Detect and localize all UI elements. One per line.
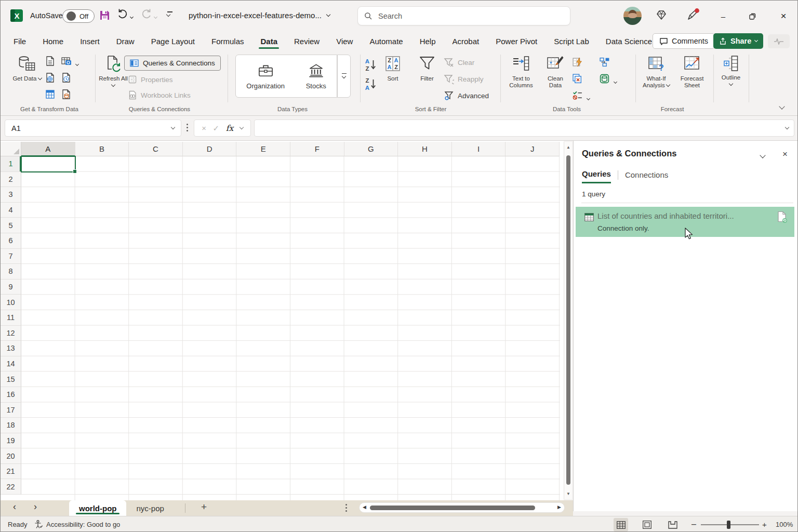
spreadsheet-grid[interactable]: ABCDEFGHIJ 12345678910111213141516171819… (1, 141, 564, 500)
scroll-left-icon[interactable]: ◀ (363, 504, 366, 510)
from-picture-button[interactable] (61, 56, 78, 69)
horizontal-scrollbar[interactable]: ◀ ▶ (359, 502, 565, 513)
data-model-button[interactable] (599, 73, 617, 86)
row-header-21[interactable]: 21 (1, 464, 21, 480)
customize-quick-access-toolbar-icon[interactable] (167, 11, 173, 17)
close-window-button[interactable]: × (773, 8, 794, 24)
from-table-range-button[interactable] (45, 89, 56, 102)
outline-button[interactable]: Outline (716, 55, 746, 86)
zoom-in-button[interactable]: + (762, 520, 767, 529)
comments-button[interactable]: Comments (653, 33, 715, 49)
text-to-columns-button[interactable]: Text to Columns (504, 55, 538, 89)
select-all-corner[interactable] (1, 142, 21, 156)
row-header-8[interactable]: 8 (1, 264, 21, 280)
column-header-I[interactable]: I (452, 142, 506, 156)
row-header-4[interactable]: 4 (1, 203, 21, 218)
row-header-6[interactable]: 6 (1, 233, 21, 249)
tab-view[interactable]: View (336, 34, 353, 49)
row-header-12[interactable]: 12 (1, 326, 21, 341)
tab-draw[interactable]: Draw (116, 34, 135, 49)
accessibility-status[interactable]: Accessibility: Good to go (46, 521, 120, 528)
tab-acrobat[interactable]: Acrobat (452, 34, 480, 49)
workbook-title[interactable]: python-in-excel-excel-features-demo... (189, 11, 330, 20)
search-box[interactable] (357, 6, 570, 25)
panel-close-icon[interactable]: × (782, 149, 788, 159)
vertical-scroll-thumb[interactable] (566, 155, 570, 485)
cells-area[interactable] (21, 156, 560, 500)
row-header-10[interactable]: 10 (1, 295, 21, 310)
name-box[interactable]: A1 (5, 119, 181, 137)
tab-power-pivot[interactable]: Power Pivot (495, 34, 538, 49)
panel-tab-queries[interactable]: Queries (582, 169, 611, 183)
query-refresh-doc-icon[interactable] (777, 211, 788, 225)
column-header-C[interactable]: C (129, 142, 183, 156)
feedback-pen-icon[interactable] (685, 8, 700, 24)
row-header-20[interactable]: 20 (1, 448, 21, 464)
sort-button[interactable]: ZAAZ Sort (381, 55, 404, 82)
data-validation-button[interactable] (572, 90, 590, 103)
column-header-E[interactable]: E (236, 142, 290, 156)
tab-home[interactable]: Home (42, 34, 64, 49)
row-header-22[interactable]: 22 (1, 479, 21, 495)
row-header-19[interactable]: 19 (1, 433, 21, 449)
formula-input[interactable] (260, 124, 786, 133)
tab-insert[interactable]: Insert (79, 34, 100, 49)
advanced-filter-button[interactable]: Advanced (444, 90, 489, 101)
sort-ascending-button[interactable]: AZ (364, 57, 378, 75)
sheet-tab-world-pop[interactable]: world-pop (69, 500, 126, 516)
row-header-18[interactable]: 18 (1, 418, 21, 433)
column-header-B[interactable]: B (75, 142, 129, 156)
avatar[interactable] (623, 7, 642, 25)
row-header-7[interactable]: 7 (1, 249, 21, 264)
active-cell-selection[interactable] (21, 156, 76, 172)
collapse-ribbon-button[interactable] (780, 102, 784, 112)
from-web-button[interactable] (45, 72, 56, 85)
filter-button[interactable]: Filter (415, 55, 439, 82)
row-header-9[interactable]: 9 (1, 280, 21, 295)
row-header-17[interactable]: 17 (1, 403, 21, 418)
from-text-csv-button[interactable] (45, 56, 56, 69)
tab-data[interactable]: Data (260, 34, 278, 49)
row-header-13[interactable]: 13 (1, 341, 21, 356)
row-header-1[interactable]: 1 (1, 156, 21, 172)
horizontal-scroll-thumb[interactable] (370, 506, 535, 510)
row-header-3[interactable]: 3 (1, 187, 21, 203)
column-header-A[interactable]: A (21, 142, 75, 156)
clean-data-button[interactable]: Clean Data (541, 55, 570, 89)
organization-data-type[interactable]: Organization (246, 62, 285, 90)
consolidate-button[interactable] (599, 57, 610, 70)
tab-automate[interactable]: Automate (369, 34, 403, 49)
tab-data-science[interactable]: Data Science (605, 34, 653, 49)
insert-function-button[interactable]: fx (226, 124, 233, 133)
tab-formulas[interactable]: Formulas (211, 34, 245, 49)
data-types-gallery-more-button[interactable] (337, 55, 351, 98)
panel-tab-connections[interactable]: Connections (625, 170, 668, 183)
sheet-nav-left-icon[interactable]: ‹ (13, 501, 16, 512)
panel-collapse-chevron-icon[interactable] (761, 151, 765, 161)
vertical-scrollbar[interactable]: ▲ ▼ (564, 142, 572, 499)
column-header-F[interactable]: F (290, 142, 344, 156)
autosave-toggle[interactable]: Off (62, 9, 95, 23)
existing-connections-button[interactable] (61, 89, 72, 102)
row-header-14[interactable]: 14 (1, 356, 21, 372)
column-header-H[interactable]: H (398, 142, 452, 156)
normal-view-button[interactable] (614, 518, 628, 531)
tab-script-lab[interactable]: Script Lab (553, 34, 590, 49)
minimize-button[interactable]: – (712, 8, 734, 24)
queries-connections-button[interactable]: Queries & Connections (124, 56, 221, 71)
stocks-data-type[interactable]: Stocks (306, 62, 326, 90)
page-break-preview-button[interactable] (666, 518, 680, 531)
accessibility-icon[interactable] (34, 520, 43, 530)
column-header-J[interactable]: J (506, 142, 560, 156)
tab-page-layout[interactable]: Page Layout (151, 34, 195, 49)
formula-bar-handle-icon[interactable] (187, 124, 188, 125)
expand-formula-bar-icon[interactable] (785, 125, 789, 129)
row-header-11[interactable]: 11 (1, 310, 21, 326)
what-if-analysis-button[interactable]: ? What-If Analysis (639, 55, 674, 89)
share-button[interactable]: Share (713, 33, 763, 49)
tab-help[interactable]: Help (419, 34, 436, 49)
get-data-button[interactable]: Get Data (12, 55, 42, 82)
scroll-right-icon[interactable]: ▶ (557, 504, 561, 510)
remove-duplicates-button[interactable] (572, 73, 583, 86)
column-header-D[interactable]: D (183, 142, 237, 156)
